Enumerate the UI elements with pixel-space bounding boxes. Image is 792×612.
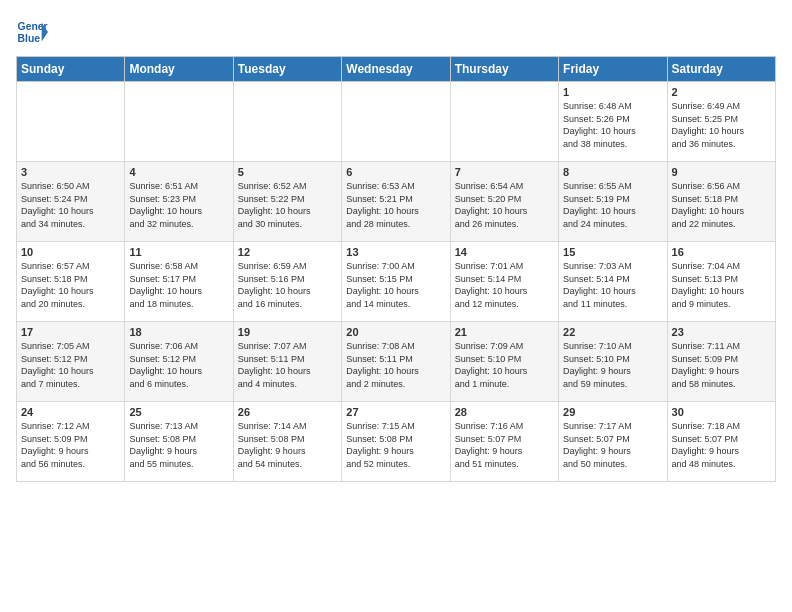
col-header-thursday: Thursday xyxy=(450,57,558,82)
day-info: Sunrise: 7:01 AM Sunset: 5:14 PM Dayligh… xyxy=(455,260,554,310)
calendar-cell: 23Sunrise: 7:11 AM Sunset: 5:09 PM Dayli… xyxy=(667,322,775,402)
col-header-monday: Monday xyxy=(125,57,233,82)
col-header-friday: Friday xyxy=(559,57,667,82)
day-number: 9 xyxy=(672,166,771,178)
calendar-cell: 24Sunrise: 7:12 AM Sunset: 5:09 PM Dayli… xyxy=(17,402,125,482)
day-info: Sunrise: 7:08 AM Sunset: 5:11 PM Dayligh… xyxy=(346,340,445,390)
day-number: 18 xyxy=(129,326,228,338)
calendar-cell: 17Sunrise: 7:05 AM Sunset: 5:12 PM Dayli… xyxy=(17,322,125,402)
calendar-cell: 30Sunrise: 7:18 AM Sunset: 5:07 PM Dayli… xyxy=(667,402,775,482)
week-row-1: 1Sunrise: 6:48 AM Sunset: 5:26 PM Daylig… xyxy=(17,82,776,162)
day-info: Sunrise: 6:55 AM Sunset: 5:19 PM Dayligh… xyxy=(563,180,662,230)
day-info: Sunrise: 6:56 AM Sunset: 5:18 PM Dayligh… xyxy=(672,180,771,230)
day-info: Sunrise: 7:18 AM Sunset: 5:07 PM Dayligh… xyxy=(672,420,771,470)
day-info: Sunrise: 7:15 AM Sunset: 5:08 PM Dayligh… xyxy=(346,420,445,470)
day-info: Sunrise: 6:49 AM Sunset: 5:25 PM Dayligh… xyxy=(672,100,771,150)
calendar-cell: 3Sunrise: 6:50 AM Sunset: 5:24 PM Daylig… xyxy=(17,162,125,242)
calendar-cell: 2Sunrise: 6:49 AM Sunset: 5:25 PM Daylig… xyxy=(667,82,775,162)
calendar-cell xyxy=(342,82,450,162)
day-number: 4 xyxy=(129,166,228,178)
day-number: 23 xyxy=(672,326,771,338)
day-info: Sunrise: 7:14 AM Sunset: 5:08 PM Dayligh… xyxy=(238,420,337,470)
day-number: 27 xyxy=(346,406,445,418)
calendar-cell: 4Sunrise: 6:51 AM Sunset: 5:23 PM Daylig… xyxy=(125,162,233,242)
day-number: 7 xyxy=(455,166,554,178)
logo: General Blue xyxy=(16,16,48,48)
calendar-cell: 25Sunrise: 7:13 AM Sunset: 5:08 PM Dayli… xyxy=(125,402,233,482)
day-info: Sunrise: 7:05 AM Sunset: 5:12 PM Dayligh… xyxy=(21,340,120,390)
svg-text:Blue: Blue xyxy=(18,33,41,44)
day-info: Sunrise: 6:58 AM Sunset: 5:17 PM Dayligh… xyxy=(129,260,228,310)
day-number: 3 xyxy=(21,166,120,178)
day-info: Sunrise: 7:17 AM Sunset: 5:07 PM Dayligh… xyxy=(563,420,662,470)
day-number: 17 xyxy=(21,326,120,338)
day-info: Sunrise: 7:07 AM Sunset: 5:11 PM Dayligh… xyxy=(238,340,337,390)
day-info: Sunrise: 7:12 AM Sunset: 5:09 PM Dayligh… xyxy=(21,420,120,470)
day-info: Sunrise: 6:54 AM Sunset: 5:20 PM Dayligh… xyxy=(455,180,554,230)
col-header-tuesday: Tuesday xyxy=(233,57,341,82)
day-number: 8 xyxy=(563,166,662,178)
day-number: 14 xyxy=(455,246,554,258)
calendar-cell: 10Sunrise: 6:57 AM Sunset: 5:18 PM Dayli… xyxy=(17,242,125,322)
calendar-cell xyxy=(125,82,233,162)
day-info: Sunrise: 7:13 AM Sunset: 5:08 PM Dayligh… xyxy=(129,420,228,470)
week-row-4: 17Sunrise: 7:05 AM Sunset: 5:12 PM Dayli… xyxy=(17,322,776,402)
calendar-cell: 27Sunrise: 7:15 AM Sunset: 5:08 PM Dayli… xyxy=(342,402,450,482)
logo-icon: General Blue xyxy=(16,16,48,48)
col-header-wednesday: Wednesday xyxy=(342,57,450,82)
day-info: Sunrise: 6:48 AM Sunset: 5:26 PM Dayligh… xyxy=(563,100,662,150)
calendar-cell: 16Sunrise: 7:04 AM Sunset: 5:13 PM Dayli… xyxy=(667,242,775,322)
day-number: 2 xyxy=(672,86,771,98)
day-number: 30 xyxy=(672,406,771,418)
day-number: 12 xyxy=(238,246,337,258)
calendar-cell: 26Sunrise: 7:14 AM Sunset: 5:08 PM Dayli… xyxy=(233,402,341,482)
week-row-5: 24Sunrise: 7:12 AM Sunset: 5:09 PM Dayli… xyxy=(17,402,776,482)
day-number: 5 xyxy=(238,166,337,178)
calendar-cell xyxy=(17,82,125,162)
day-info: Sunrise: 6:53 AM Sunset: 5:21 PM Dayligh… xyxy=(346,180,445,230)
day-number: 6 xyxy=(346,166,445,178)
day-number: 11 xyxy=(129,246,228,258)
day-info: Sunrise: 6:51 AM Sunset: 5:23 PM Dayligh… xyxy=(129,180,228,230)
calendar-cell: 6Sunrise: 6:53 AM Sunset: 5:21 PM Daylig… xyxy=(342,162,450,242)
day-number: 1 xyxy=(563,86,662,98)
calendar-cell: 18Sunrise: 7:06 AM Sunset: 5:12 PM Dayli… xyxy=(125,322,233,402)
calendar-cell: 19Sunrise: 7:07 AM Sunset: 5:11 PM Dayli… xyxy=(233,322,341,402)
day-info: Sunrise: 7:03 AM Sunset: 5:14 PM Dayligh… xyxy=(563,260,662,310)
calendar-cell: 7Sunrise: 6:54 AM Sunset: 5:20 PM Daylig… xyxy=(450,162,558,242)
calendar: SundayMondayTuesdayWednesdayThursdayFrid… xyxy=(16,56,776,482)
day-info: Sunrise: 7:06 AM Sunset: 5:12 PM Dayligh… xyxy=(129,340,228,390)
day-info: Sunrise: 6:50 AM Sunset: 5:24 PM Dayligh… xyxy=(21,180,120,230)
day-info: Sunrise: 7:10 AM Sunset: 5:10 PM Dayligh… xyxy=(563,340,662,390)
day-info: Sunrise: 7:09 AM Sunset: 5:10 PM Dayligh… xyxy=(455,340,554,390)
calendar-cell: 22Sunrise: 7:10 AM Sunset: 5:10 PM Dayli… xyxy=(559,322,667,402)
calendar-cell xyxy=(450,82,558,162)
calendar-cell xyxy=(233,82,341,162)
day-number: 26 xyxy=(238,406,337,418)
calendar-cell: 15Sunrise: 7:03 AM Sunset: 5:14 PM Dayli… xyxy=(559,242,667,322)
day-info: Sunrise: 7:16 AM Sunset: 5:07 PM Dayligh… xyxy=(455,420,554,470)
calendar-cell: 20Sunrise: 7:08 AM Sunset: 5:11 PM Dayli… xyxy=(342,322,450,402)
day-number: 13 xyxy=(346,246,445,258)
day-number: 22 xyxy=(563,326,662,338)
day-info: Sunrise: 7:04 AM Sunset: 5:13 PM Dayligh… xyxy=(672,260,771,310)
day-number: 25 xyxy=(129,406,228,418)
day-number: 16 xyxy=(672,246,771,258)
week-row-3: 10Sunrise: 6:57 AM Sunset: 5:18 PM Dayli… xyxy=(17,242,776,322)
day-info: Sunrise: 7:11 AM Sunset: 5:09 PM Dayligh… xyxy=(672,340,771,390)
day-number: 19 xyxy=(238,326,337,338)
day-number: 20 xyxy=(346,326,445,338)
day-number: 28 xyxy=(455,406,554,418)
calendar-cell: 29Sunrise: 7:17 AM Sunset: 5:07 PM Dayli… xyxy=(559,402,667,482)
col-header-sunday: Sunday xyxy=(17,57,125,82)
day-number: 10 xyxy=(21,246,120,258)
calendar-cell: 12Sunrise: 6:59 AM Sunset: 5:16 PM Dayli… xyxy=(233,242,341,322)
day-info: Sunrise: 6:57 AM Sunset: 5:18 PM Dayligh… xyxy=(21,260,120,310)
calendar-cell: 8Sunrise: 6:55 AM Sunset: 5:19 PM Daylig… xyxy=(559,162,667,242)
day-number: 21 xyxy=(455,326,554,338)
day-info: Sunrise: 6:52 AM Sunset: 5:22 PM Dayligh… xyxy=(238,180,337,230)
calendar-cell: 13Sunrise: 7:00 AM Sunset: 5:15 PM Dayli… xyxy=(342,242,450,322)
day-info: Sunrise: 6:59 AM Sunset: 5:16 PM Dayligh… xyxy=(238,260,337,310)
day-info: Sunrise: 7:00 AM Sunset: 5:15 PM Dayligh… xyxy=(346,260,445,310)
calendar-cell: 5Sunrise: 6:52 AM Sunset: 5:22 PM Daylig… xyxy=(233,162,341,242)
